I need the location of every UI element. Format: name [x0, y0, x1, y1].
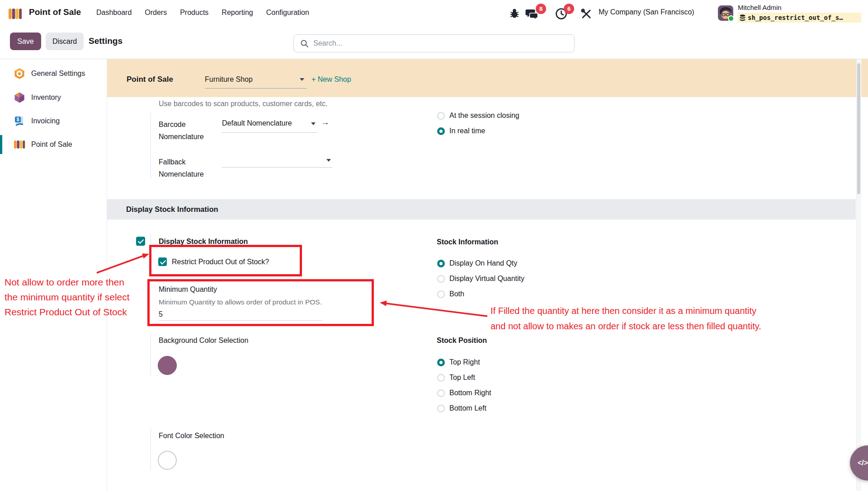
- sidebar-item-label: Point of Sale: [31, 140, 72, 149]
- minimum-quantity-underline: [159, 320, 322, 321]
- shop-select-value[interactable]: Furniture Shop: [205, 75, 253, 84]
- search-icon: [300, 39, 309, 48]
- display-stock-checkbox[interactable]: [136, 237, 145, 246]
- setting-box-divider: [151, 113, 151, 178]
- minimum-quantity-value[interactable]: 5: [159, 310, 163, 318]
- radio-top-right[interactable]: [437, 359, 445, 366]
- scrollbar-thumb[interactable]: [857, 63, 860, 194]
- barcode-nomenclature-caret-icon[interactable]: [311, 122, 316, 125]
- stock-information-title: Stock Information: [437, 238, 498, 246]
- user-name[interactable]: Mitchell Admin: [738, 4, 782, 11]
- radio-row-virtual-qty: Display Virtual Quantity: [437, 275, 524, 283]
- menu-orders[interactable]: Orders: [145, 9, 167, 17]
- stock-position-title: Stock Position: [437, 337, 487, 345]
- radio-label: Top Right: [449, 358, 480, 366]
- menu-reporting[interactable]: Reporting: [222, 9, 253, 17]
- annotation-left: Not allow to order more then the minimum…: [5, 275, 130, 319]
- database-badge[interactable]: sh_pos_restrict_out_of_s…: [738, 13, 861, 23]
- internal-link-arrow-icon[interactable]: →: [321, 117, 330, 127]
- database-name: sh_pos_restrict_out_of_s…: [748, 14, 843, 21]
- online-status-dot: [728, 15, 734, 22]
- menu-dashboard[interactable]: Dashboard: [96, 9, 132, 17]
- radio-label: Top Left: [449, 374, 475, 382]
- radio-row-top-left: Top Left: [437, 374, 475, 382]
- fallback-nomenclature-underline: [222, 167, 332, 168]
- setting-box-divider: [151, 427, 151, 471]
- save-button[interactable]: Save: [10, 33, 41, 50]
- radio-display-virtual-quantity[interactable]: [437, 275, 445, 283]
- app-window: Point of Sale Dashboard Orders Products …: [0, 0, 868, 491]
- radio-both[interactable]: [437, 290, 445, 298]
- messages-count-badge[interactable]: 8: [536, 4, 546, 14]
- radio-label: Bottom Right: [449, 389, 491, 397]
- barcode-nomenclature-underline: [222, 132, 317, 133]
- company-switcher[interactable]: My Company (San Francisco): [599, 8, 694, 16]
- section-header-band: Display Stock Information: [107, 199, 856, 220]
- discard-button[interactable]: Discard: [46, 33, 84, 50]
- radio-row-top-right: Top Right: [437, 358, 480, 366]
- radio-bottom-left[interactable]: [437, 405, 445, 412]
- annotation-line: If Filled the quantity at here then cons…: [491, 303, 761, 318]
- menu-configuration[interactable]: Configuration: [266, 9, 309, 17]
- activities-count-badge[interactable]: 6: [564, 4, 574, 14]
- restrict-out-of-stock-checkbox[interactable]: [158, 257, 167, 266]
- svg-text:$: $: [17, 117, 19, 122]
- radio-row-on-hand: Display On Hand Qty: [437, 259, 517, 267]
- annotation-line: the minimum quantity if select: [5, 290, 130, 304]
- radio-display-on-hand-qty[interactable]: [437, 260, 445, 267]
- main-menu: Dashboard Orders Products Reporting Conf…: [96, 9, 309, 17]
- background-color-label: Background Color Selection: [159, 337, 248, 345]
- annotation-right: If Filled the quantity at here then cons…: [491, 303, 761, 334]
- app-name[interactable]: Point of Sale: [29, 7, 81, 17]
- font-color-swatch[interactable]: [158, 451, 177, 470]
- radio-label: At the session closing: [449, 112, 519, 120]
- sidebar-item-label: Inventory: [31, 94, 61, 102]
- new-shop-link[interactable]: + New Shop: [311, 75, 351, 84]
- radio-row-bottom-right: Bottom Right: [437, 389, 491, 397]
- top-navbar: Point of Sale Dashboard Orders Products …: [0, 0, 868, 27]
- barcode-description: Use barcodes to scan products, customer …: [159, 100, 412, 108]
- sidebar-item-inventory[interactable]: Inventory: [0, 87, 107, 108]
- restrict-out-of-stock-label: Restrict Product Out of Stock?: [172, 258, 269, 266]
- barcode-nomenclature-value[interactable]: Default Nomenclature: [222, 119, 292, 127]
- section-header-text: Display Stock Information: [126, 205, 218, 214]
- page-title: Settings: [89, 36, 123, 46]
- sidebar-item-general-settings[interactable]: General Settings: [0, 63, 107, 84]
- radio-label: Both: [449, 290, 464, 298]
- sidebar-item-label: Invoicing: [31, 117, 60, 125]
- radio-top-left[interactable]: [437, 374, 445, 382]
- radio-in-real-time[interactable]: [437, 127, 445, 135]
- background-color-swatch[interactable]: [158, 356, 177, 375]
- pos-app-logo-icon[interactable]: [8, 7, 22, 23]
- radio-bottom-right[interactable]: [437, 389, 445, 397]
- developer-tools-fab[interactable]: </>: [850, 445, 868, 481]
- barcode-nomenclature-label: Barcode Nomenclature: [159, 118, 213, 143]
- sidebar-item-invoicing[interactable]: $ Invoicing: [0, 111, 107, 131]
- point-of-sale-icon: [14, 139, 25, 150]
- radio-at-session-closing[interactable]: [437, 112, 445, 120]
- sidebar-item-point-of-sale[interactable]: Point of Sale: [0, 134, 107, 155]
- tools-icon[interactable]: [580, 8, 592, 22]
- radio-label: Bottom Left: [449, 404, 486, 412]
- general-settings-icon: [14, 68, 25, 79]
- font-color-label: Font Color Selection: [159, 432, 224, 440]
- search-bar[interactable]: [293, 34, 575, 52]
- minimum-quantity-label: Minimum Quantity: [159, 285, 217, 294]
- radio-row-bottom-left: Bottom Left: [437, 404, 486, 412]
- sidebar-item-label: General Settings: [31, 70, 85, 78]
- search-input[interactable]: [313, 39, 568, 47]
- fallback-nomenclature-label: Fallback Nomenclature: [159, 156, 213, 180]
- fallback-nomenclature-caret-icon[interactable]: [326, 159, 331, 162]
- radio-row-real-time: In real time: [437, 127, 485, 135]
- shop-select-caret-icon[interactable]: [300, 78, 304, 81]
- radio-label: Display Virtual Quantity: [449, 275, 524, 283]
- code-icon: </>: [858, 459, 868, 467]
- radio-label: Display On Hand Qty: [449, 259, 517, 267]
- minimum-quantity-help: Minimum Quantity to allows order of prod…: [159, 298, 322, 306]
- bug-icon[interactable]: [509, 8, 520, 21]
- database-icon: [740, 14, 745, 21]
- setting-box-divider: [151, 333, 151, 376]
- menu-products[interactable]: Products: [180, 9, 208, 17]
- radio-row-both: Both: [437, 290, 464, 298]
- radio-row-session-closing: At the session closing: [437, 112, 519, 120]
